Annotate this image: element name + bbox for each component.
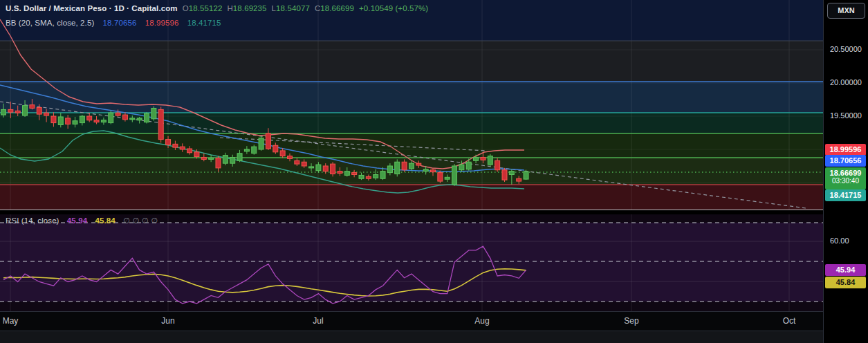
axis-tick-label: 20.00000 xyxy=(830,78,862,86)
bottom-toolbar-strip xyxy=(0,331,868,343)
price-badge: 45.94 xyxy=(825,264,866,276)
time-axis-label: Jul xyxy=(313,316,323,326)
candle-up[interactable] xyxy=(109,111,113,124)
time-axis-label: Aug xyxy=(474,316,489,326)
price-pane[interactable] xyxy=(0,0,823,210)
rsi-ma-value: 45.84 xyxy=(95,216,115,225)
chart-area[interactable]: U.S. Dollar / Mexican Peso · 1D · Capita… xyxy=(0,0,823,343)
time-axis-label: Jun xyxy=(161,316,174,326)
candle-up[interactable] xyxy=(145,112,149,123)
candle-up[interactable] xyxy=(151,106,156,121)
ohlc-label: H xyxy=(227,4,232,12)
axis-tick-label: 19.50000 xyxy=(830,111,862,120)
ohlc-value: 18.69235 xyxy=(233,4,267,12)
rsi-pane[interactable] xyxy=(0,214,823,311)
time-axis[interactable]: MayJunJulAugSepOct xyxy=(0,311,823,331)
price-zone-band xyxy=(0,41,823,82)
price-badge: 45.84 xyxy=(825,277,866,288)
ohlc-value: 18.54077 xyxy=(276,4,310,12)
price-badge: 18.41715 xyxy=(825,189,866,201)
candle-up[interactable] xyxy=(524,170,528,180)
bar-countdown: 03:30:40 xyxy=(825,177,866,185)
symbol-title: U.S. Dollar / Mexican Peso · 1D · Capita… xyxy=(6,4,178,12)
ohlc-value: 18.66699 xyxy=(320,4,354,12)
axis-tick-label: 20.50000 xyxy=(830,45,862,53)
bb-lower-value: 18.41715 xyxy=(187,19,221,27)
price-badge: 18.99596 xyxy=(825,144,866,156)
time-axis-label: Sep xyxy=(624,316,638,326)
rsi-title: RSI (14, close) xyxy=(6,216,59,225)
candle-up[interactable] xyxy=(488,154,492,167)
price-axis[interactable]: MXN 20.5000020.0000019.5000060.0018.9959… xyxy=(823,0,868,343)
rsi-value: 45.94 xyxy=(67,216,87,225)
ohlc-value: 18.55122 xyxy=(189,4,223,12)
time-axis-separator xyxy=(0,311,868,312)
bb-indicator-legend[interactable]: BB (20, SMA, close, 2.5) 18.70656 18.995… xyxy=(6,19,221,27)
pane-separator[interactable] xyxy=(0,210,823,210)
trading-chart-app: U.S. Dollar / Mexican Peso · 1D · Capita… xyxy=(0,0,868,343)
rsi-indicator-legend[interactable]: RSI (14, close) 45.94 45.84 ∅ ∅ ∅ ∅ xyxy=(6,216,158,225)
currency-toggle-button[interactable]: MXN xyxy=(827,3,865,19)
price-badge: 18.70656 xyxy=(825,155,866,167)
bb-title: BB (20, SMA, close, 2.5) xyxy=(6,19,94,27)
candle-down[interactable] xyxy=(158,107,163,143)
rsi-empty-values: ∅ ∅ ∅ ∅ xyxy=(123,216,158,225)
candle-up[interactable] xyxy=(395,159,400,176)
axis-tick-label: 60.00 xyxy=(830,237,849,245)
bb-upper-value: 18.99596 xyxy=(145,19,179,27)
candle-down[interactable] xyxy=(502,168,507,182)
change-value: +0.10549 (+0.57%) xyxy=(359,4,428,12)
candle-down[interactable] xyxy=(438,171,443,183)
price-zone-band xyxy=(0,133,823,158)
bb-basis-value: 18.70656 xyxy=(103,19,137,27)
price-zone-band xyxy=(0,185,823,210)
price-badge: 18.6669903:30:40 xyxy=(825,167,866,189)
candle-up[interactable] xyxy=(452,164,457,186)
price-zone-band xyxy=(0,82,823,113)
time-axis-label: May xyxy=(3,316,19,326)
time-axis-label: Oct xyxy=(783,316,796,326)
ohlc-label: O xyxy=(183,4,189,12)
symbol-legend[interactable]: U.S. Dollar / Mexican Peso · 1D · Capita… xyxy=(6,4,428,12)
